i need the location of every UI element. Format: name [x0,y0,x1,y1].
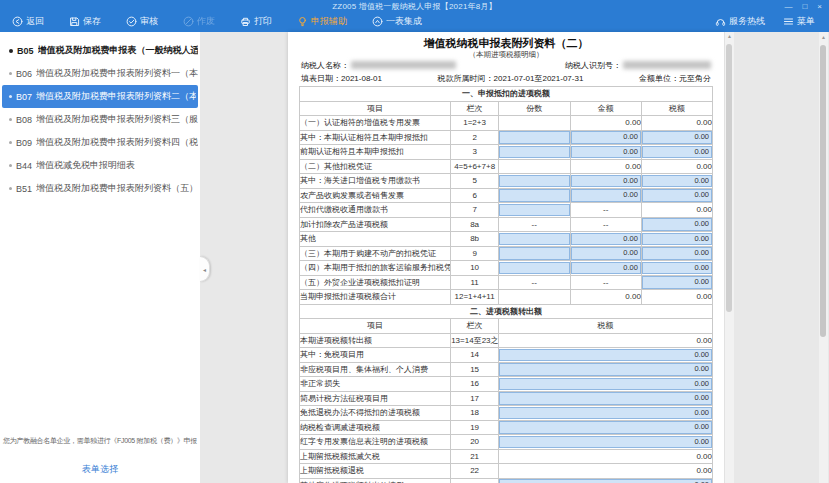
form-select-link[interactable]: 表单选择 [82,464,118,474]
amount-input[interactable]: 0.00 [642,175,712,188]
close-button[interactable]: × [817,0,822,13]
amount-input[interactable]: 0.00 [499,349,712,362]
amount-input[interactable]: 0.00 [499,363,712,376]
amount-input[interactable]: 0.00 [499,421,712,434]
amount-input[interactable]: 0.00 [571,175,641,188]
amount-input[interactable]: 0.00 [642,247,712,260]
empty-cell [499,159,570,174]
toolbar-integrate-button[interactable]: 一表集成 [372,15,422,28]
toolbar-menu-button[interactable]: 菜单 [783,15,815,28]
amount-input[interactable]: 0.00 [499,378,712,391]
amount-input[interactable]: 0.00 [571,262,641,275]
amount-input[interactable] [499,204,569,217]
amount-input[interactable]: 0.00 [499,479,712,483]
amount-input[interactable] [499,131,569,144]
amount-input[interactable] [499,233,569,246]
amount-input[interactable]: 0.00 [642,218,712,231]
sidebar-item-b51[interactable]: B51增值税及附加税费申报表附列资料（五）（附加税费情况表） [0,177,200,200]
amount-input[interactable]: 0.00 [642,131,712,144]
amount-input[interactable] [499,189,569,202]
sidebar-item-b09[interactable]: B09增值税及附加税费申报表附列资料四（税额抵减情况表） [0,131,200,154]
not-applicable-cell: -- [499,275,570,290]
amount-readonly: 0.00 [570,290,641,305]
form-name: 增值税及附加税费申报表附列资料三（服务、不动产和无形资产扣除项目明细） [36,113,198,126]
toolbar-save-button[interactable]: 保存 [69,15,101,28]
column-number: 3 [451,145,499,160]
not-applicable-cell: -- [499,217,570,232]
scroll-up-icon[interactable]: ▲ [819,32,828,42]
toolbar-menu-label: 菜单 [797,15,815,28]
bullet-icon [9,118,12,121]
back-icon [12,16,23,27]
amount-input[interactable]: 0.00 [571,233,641,246]
sidebar-item-b06[interactable]: B06增值税及附加税费申报表附列资料一（本期销售情况明细） [0,62,200,85]
not-applicable-cell: -- [570,217,641,232]
sidebar-collapse-handle[interactable]: ◂ [200,256,210,282]
form-paper: 增值税纳税申报表附列资料（二） （本期进项税额明细） 纳税人名称： 纳税人识别号… [288,32,724,483]
column-number: 13=14至23之和 [451,333,499,348]
toolbar-print-label: 打印 [254,15,272,28]
amount-input[interactable]: 0.00 [642,189,712,202]
amount-input[interactable]: 0.00 [642,262,712,275]
amount-cell [499,246,570,261]
amount-input[interactable] [499,247,569,260]
table-row: 上期留抵税额抵减欠税210.00 [300,449,713,464]
column-number: 8b [451,232,499,247]
item-label: 红字专用发票信息表注明的进项税额 [300,435,451,450]
toolbar-back-button[interactable]: 返回 [12,15,44,28]
amount-cell: 0.00 [570,145,641,160]
minimize-button[interactable]: — [784,0,792,13]
table-row: （二）其他扣税凭证4=5+6+7+80.000.00 [300,159,713,174]
sidebar-footer: 您为产教融合名单企业，需单独进行《FJ005 附加税（费）》申报 表单选择 [0,436,200,476]
toolbar-back-label: 返回 [26,15,44,28]
amount-input[interactable]: 0.00 [571,189,641,202]
app-window: ZZ005 增值税一般纳税人申报【2021年8月】 — □ × 返回保存审核作废… [0,0,829,483]
amount-input[interactable] [499,146,569,159]
form-name: 增值税及附加税费申报表附列资料四（税额抵减情况表） [36,136,198,149]
item-label: 非正常损失 [300,377,451,392]
sidebar-item-b07[interactable]: B07增值税及附加税费申报表附列资料二（本期进项税额明细） [2,85,198,108]
amount-input[interactable]: 0.00 [571,131,641,144]
column-number: 18 [451,406,499,421]
toolbar-audit-button[interactable]: 审核 [126,15,158,28]
amount-input[interactable]: 0.00 [499,436,712,449]
form-code: B05 [17,46,34,56]
toolbar-assist-button[interactable]: 申报辅助 [297,15,347,28]
amount-cell: 0.00 [570,246,641,261]
form-scrollbar[interactable]: ▲ [724,32,734,483]
toolbar-print-button[interactable]: 打印 [240,15,272,28]
amount-cell: 0.00 [641,217,712,232]
item-label: 其他 [300,232,451,247]
form-scrollbar-thumb[interactable] [726,44,732,312]
amount-input[interactable]: 0.00 [642,146,712,159]
sidebar-item-b05[interactable]: B05增值税及附加税费申报表（一般纳税人适用） [0,39,200,62]
integrate-icon [372,16,383,27]
amount-input[interactable] [499,175,569,188]
form-code: B07 [16,92,32,102]
toolbar-save-label: 保存 [83,15,101,28]
amount-cell: 0.00 [570,232,641,247]
amount-input[interactable]: 0.00 [571,247,641,260]
sidebar-item-b44[interactable]: B44增值税减免税申报明细表 [0,154,200,177]
amount-input[interactable] [499,262,569,275]
amount-input[interactable]: 0.00 [499,392,712,405]
sidebar-item-b08[interactable]: B08增值税及附加税费申报表附列资料三（服务、不动产和无形资产扣除项目明细） [0,108,200,131]
item-label: 其中：免税项目用 [300,348,451,363]
vat-deduction-table: 一、申报抵扣的进项税额项目栏次份数金额税额（一）认证相符的增值税专用发票1=2+… [299,86,713,483]
item-label: （五）外贸企业进项税额抵扣证明 [300,275,451,290]
amount-input[interactable]: 0.00 [571,146,641,159]
table-row: 农产品收购发票或者销售发票60.000.00 [300,188,713,203]
main-scrollbar-thumb[interactable] [820,45,826,337]
main-scrollbar[interactable]: ▲ [819,32,828,483]
amount-input[interactable]: 0.00 [499,407,712,420]
toolbar-headset-button[interactable]: 服务热线 [715,15,765,28]
column-number: 16 [451,377,499,392]
amount-input[interactable]: 0.00 [642,276,712,289]
scroll-up-icon[interactable]: ▲ [725,32,734,41]
maximize-button[interactable]: □ [802,0,807,13]
amount-cell: 0.00 [641,246,712,261]
amount-input[interactable]: 0.00 [642,233,712,246]
item-label: 其中：海关进口增值税专用缴款书 [300,174,451,189]
table-row: 其中：免税项目用140.00 [300,348,713,363]
empty-cell [499,116,570,131]
